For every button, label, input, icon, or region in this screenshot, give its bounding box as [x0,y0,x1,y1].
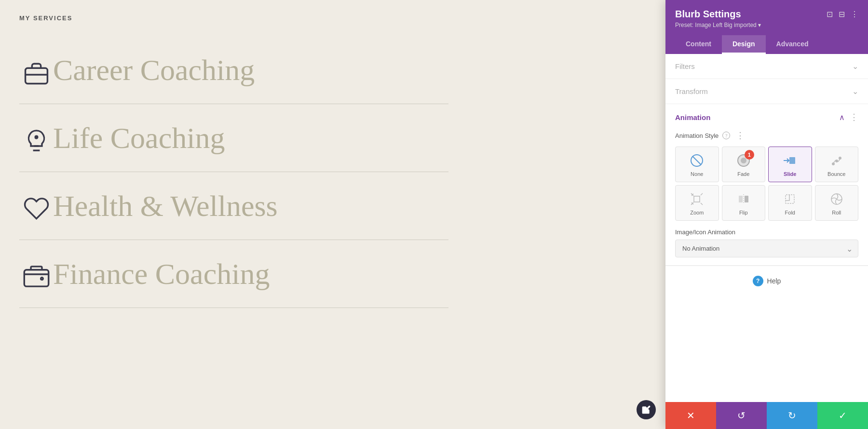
help-footer[interactable]: ? Help [665,266,868,296]
service-item-finance: Finance Coaching [19,240,448,308]
animation-header-icons: ∧ ⋮ [839,112,858,122]
transform-label: Transform [675,87,708,95]
wallet-icon [23,263,50,290]
flip-icon [735,190,752,208]
svg-rect-25 [786,195,794,203]
lightbulb-icon [23,127,50,154]
animation-more-icon[interactable]: ⋮ [850,112,858,122]
anim-fade-label: Fade [737,171,749,177]
tab-design[interactable]: Design [722,35,766,54]
career-coaching-title: Career Coaching [53,54,448,86]
briefcase-icon [23,59,50,86]
bounce-icon [828,152,845,169]
undo-button[interactable]: ↺ [716,402,767,429]
svg-point-2 [35,136,38,138]
panel-tabs: Content Design Advanced [675,35,858,54]
anim-zoom[interactable]: Zoom [675,185,719,221]
image-icon-select[interactable]: No Animation Pulse Spin Bounce Wobble [675,240,858,257]
filters-section[interactable]: Filters ⌄ [665,54,868,79]
transform-section[interactable]: Transform ⌄ [665,79,868,104]
anim-fold[interactable]: Fold [768,185,812,221]
animation-header: Animation ∧ ⋮ [675,112,858,122]
edit-icon [641,405,651,415]
anim-none[interactable]: None [675,147,719,182]
life-coaching-title: Life Coaching [53,121,448,154]
svg-rect-13 [694,196,700,202]
panel-body: Filters ⌄ Transform ⌄ Animation ∧ ⋮ Anim… [665,54,868,402]
svg-rect-22 [739,196,743,202]
slide-icon [781,152,799,169]
heart-icon [23,195,50,222]
save-button[interactable]: ✓ [817,402,868,429]
animation-style-label: Animation Style [675,132,719,139]
image-icon-select-wrap: No Animation Pulse Spin Bounce Wobble ⌄ [675,240,858,257]
svg-rect-8 [789,157,795,164]
animation-title: Animation [675,113,710,121]
health-wellness-title: Health & Wellness [53,189,448,222]
zoom-icon [688,190,705,208]
help-circle-icon: ? [753,276,763,286]
panel-header: Blurb Settings ⊡ ⊟ ⋮ Preset: Image Left … [665,0,868,54]
cancel-button[interactable]: ✕ [665,402,716,429]
filters-chevron: ⌄ [852,62,858,71]
service-item-career: Career Coaching [19,36,448,104]
columns-icon[interactable]: ⊟ [839,10,845,19]
main-content: MY SERVICES Career Coaching [0,0,468,429]
svg-line-21 [701,203,703,205]
roll-icon [828,190,845,208]
settings-panel: Blurb Settings ⊡ ⊟ ⋮ Preset: Image Left … [665,0,868,429]
health-icon [19,191,53,225]
anim-roll[interactable]: Roll [815,185,859,221]
anim-fade[interactable]: 1 Fade [722,147,766,182]
finance-icon [19,259,53,293]
anim-none-label: None [691,171,703,177]
image-icon-label: Image/Icon Animation [675,228,858,236]
svg-rect-3 [24,269,48,286]
section-label: MY SERVICES [19,14,448,22]
image-icon-animation: Image/Icon Animation No Animation Pulse … [675,228,858,257]
svg-line-19 [701,193,703,195]
fade-icon: 1 [735,152,752,169]
redo-button[interactable]: ↻ [767,402,817,429]
svg-rect-23 [745,196,748,202]
animation-grid: None 1 Fade [675,147,858,221]
animation-style-row: Animation Style ? ⋮ [675,130,858,141]
svg-point-7 [741,158,746,163]
anim-zoom-label: Zoom [690,210,704,215]
filters-label: Filters [675,62,695,70]
anim-slide-label: Slide [784,171,796,177]
animation-style-help[interactable]: ? [722,132,730,139]
responsive-icon[interactable]: ⊡ [827,10,833,19]
floating-edit-button[interactable] [637,400,656,419]
svg-line-5 [692,156,701,165]
animation-collapse-icon[interactable]: ∧ [839,113,845,122]
help-label: Help [767,277,781,285]
anim-bounce-label: Bounce [827,171,845,177]
anim-flip-label: Flip [739,210,748,215]
none-icon [688,152,705,169]
panel-title-icons: ⊡ ⊟ ⋮ [827,10,858,19]
animation-section: Animation ∧ ⋮ Animation Style ? ⋮ [665,104,868,266]
finance-coaching-title: Finance Coaching [53,257,448,290]
transform-chevron: ⌄ [852,87,858,96]
more-options-icon[interactable]: ⋮ [851,10,858,19]
anim-slide[interactable]: Slide [768,147,812,182]
fade-badge: 1 [745,150,754,160]
tab-advanced[interactable]: Advanced [766,35,819,54]
panel-preset[interactable]: Preset: Image Left Big imported ▾ [675,22,858,28]
anim-flip[interactable]: Flip [722,185,766,221]
anim-bounce[interactable]: Bounce [815,147,859,182]
service-item-health: Health & Wellness [19,172,448,240]
anim-roll-label: Roll [832,210,841,215]
anim-fold-label: Fold [785,210,795,215]
panel-title-row: Blurb Settings ⊡ ⊟ ⋮ [675,9,858,20]
tab-content[interactable]: Content [675,35,722,54]
service-item-life: Life Coaching [19,104,448,172]
panel-footer: ✕ ↺ ↻ ✓ [665,402,868,429]
life-icon [19,123,53,157]
svg-rect-0 [25,68,47,83]
career-icon [19,55,53,89]
fold-icon [781,190,799,208]
panel-title: Blurb Settings [675,9,741,20]
animation-style-more[interactable]: ⋮ [736,130,745,141]
